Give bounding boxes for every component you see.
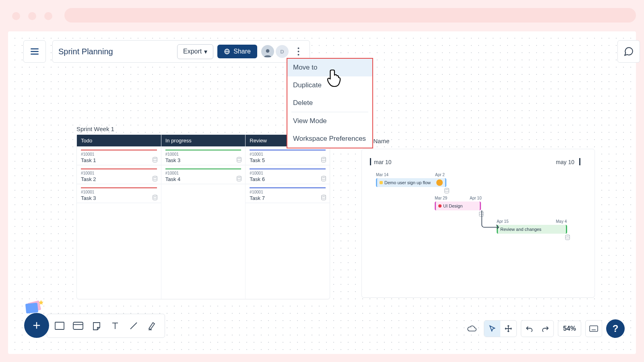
undo-icon bbox=[525, 325, 533, 332]
database-icon bbox=[236, 176, 242, 181]
timeline-chart[interactable]: mar 10may 10Mar 14Apr 2Demo user sign up… bbox=[361, 149, 595, 298]
mac-window-dots bbox=[12, 12, 52, 20]
svg-point-18 bbox=[445, 188, 449, 190]
redo-button[interactable] bbox=[537, 321, 553, 337]
text-tool[interactable] bbox=[106, 317, 124, 335]
redo-icon bbox=[541, 325, 549, 332]
svg-point-12 bbox=[153, 195, 157, 197]
card-title: Task 2 bbox=[81, 176, 157, 182]
card-title: Task 3 bbox=[81, 195, 157, 201]
presentation-mode-button[interactable] bbox=[586, 321, 602, 337]
move-icon bbox=[504, 325, 512, 333]
dependency-arrow bbox=[481, 210, 501, 229]
card-id: #10001 bbox=[250, 190, 326, 194]
kanban-card[interactable]: #10001Task 4 bbox=[161, 165, 246, 184]
highlighter-tool[interactable] bbox=[143, 317, 161, 335]
user-avatar[interactable] bbox=[261, 45, 274, 58]
timeline-bar[interactable]: UI Design bbox=[435, 202, 481, 210]
kebab-icon bbox=[297, 47, 299, 56]
card-id: #10001 bbox=[81, 171, 157, 175]
svg-point-10 bbox=[153, 157, 157, 159]
svg-point-16 bbox=[322, 176, 326, 178]
svg-point-11 bbox=[153, 176, 157, 178]
timeline-tick-end: may 10 bbox=[556, 159, 574, 165]
kanban-board[interactable]: Todo#10001Task 1#10001Task 2#10001Task 3… bbox=[76, 134, 330, 299]
more-options-button[interactable] bbox=[293, 43, 304, 60]
pointer-cursor-icon bbox=[326, 68, 345, 91]
menu-item-view-mode[interactable]: View Mode bbox=[287, 112, 372, 130]
browser-url-bar[interactable] bbox=[64, 8, 636, 23]
database-icon bbox=[444, 188, 450, 193]
collaborator-avatar[interactable]: D bbox=[276, 45, 289, 58]
database-icon bbox=[321, 176, 326, 181]
caret-down-icon: ▾ bbox=[204, 48, 207, 56]
timeline-bar[interactable]: Review and changes bbox=[497, 225, 567, 234]
app-frame: Sprint Planning Export ▾ Share D Move to… bbox=[8, 31, 636, 354]
svg-rect-22 bbox=[25, 302, 38, 313]
database-icon bbox=[321, 195, 326, 200]
menu-item-delete[interactable]: Delete bbox=[287, 94, 372, 112]
kanban-card[interactable]: #10001Task 3 bbox=[77, 184, 161, 203]
kanban-card[interactable]: #10001Task 6 bbox=[246, 165, 330, 184]
timeline-bar[interactable]: Demo user sign up flow bbox=[376, 178, 446, 187]
sync-status-button[interactable] bbox=[464, 321, 480, 337]
card-id: #10001 bbox=[250, 152, 326, 156]
card-title: Task 6 bbox=[250, 176, 326, 182]
kanban-card[interactable]: #10001Task 5 bbox=[246, 146, 330, 165]
cloud-icon bbox=[466, 325, 477, 333]
shape-toolbar bbox=[47, 314, 165, 338]
comments-panel-button[interactable] bbox=[617, 40, 640, 63]
bottom-right-toolbar: 54% ? bbox=[464, 319, 625, 338]
column-header[interactable]: Todo bbox=[77, 135, 161, 146]
svg-point-7 bbox=[297, 47, 299, 49]
export-button[interactable]: Export ▾ bbox=[177, 44, 213, 59]
card-tool[interactable] bbox=[69, 317, 87, 335]
zoom-level[interactable]: 54% bbox=[558, 321, 581, 337]
card-id: #10001 bbox=[250, 171, 326, 175]
sticky-note-tool[interactable] bbox=[87, 317, 106, 335]
column-header[interactable]: In progress bbox=[161, 135, 246, 146]
svg-rect-24 bbox=[73, 322, 83, 329]
database-icon bbox=[152, 176, 158, 181]
svg-line-28 bbox=[130, 323, 137, 329]
svg-point-14 bbox=[237, 176, 242, 178]
database-icon bbox=[321, 157, 326, 162]
top-toolbar: Sprint Planning Export ▾ Share D bbox=[52, 40, 310, 63]
card-title: Task 4 bbox=[165, 176, 242, 182]
pointer-mode-button[interactable] bbox=[484, 321, 500, 337]
pan-mode-button[interactable] bbox=[500, 321, 516, 337]
rectangle-tool[interactable] bbox=[50, 317, 69, 335]
svg-point-8 bbox=[297, 51, 299, 52]
card-title: Task 7 bbox=[250, 195, 326, 201]
timeline-tick-start: mar 10 bbox=[374, 159, 392, 165]
database-icon bbox=[152, 157, 158, 162]
kanban-column[interactable]: Todo#10001Task 1#10001Task 2#10001Task 3 bbox=[77, 135, 161, 299]
globe-icon bbox=[224, 48, 230, 55]
database-icon bbox=[236, 157, 242, 162]
page-title[interactable]: Sprint Planning bbox=[58, 47, 177, 56]
card-id: #10001 bbox=[165, 171, 242, 175]
kanban-card[interactable]: #10001Task 2 bbox=[77, 165, 161, 184]
board-title[interactable]: Sprint Week 1 bbox=[76, 125, 114, 132]
card-title: Task 3 bbox=[165, 157, 242, 163]
chat-bubble-icon bbox=[623, 46, 634, 57]
hamburger-menu-button[interactable] bbox=[23, 40, 46, 63]
kanban-card[interactable]: #10001Task 7 bbox=[246, 184, 330, 203]
kanban-column[interactable]: In progress#10001Task 3#10001Task 4 bbox=[161, 135, 246, 299]
card-title: Task 5 bbox=[250, 157, 326, 163]
svg-point-17 bbox=[322, 195, 326, 197]
menu-item-workspace-preferences[interactable]: Workspace Preferences bbox=[287, 130, 372, 148]
help-button[interactable]: ? bbox=[606, 319, 625, 338]
kanban-card[interactable]: #10001Task 3 bbox=[161, 146, 246, 165]
kanban-column[interactable]: Review#10001Task 5#10001Task 6#10001Task… bbox=[246, 135, 330, 299]
database-icon bbox=[152, 195, 158, 200]
card-id: #10001 bbox=[81, 190, 157, 194]
add-element-button[interactable] bbox=[24, 313, 49, 338]
svg-point-15 bbox=[322, 157, 326, 159]
line-tool[interactable] bbox=[124, 317, 143, 335]
svg-rect-30 bbox=[590, 326, 598, 331]
undo-button[interactable] bbox=[521, 321, 537, 337]
kanban-card[interactable]: #10001Task 1 bbox=[77, 146, 161, 165]
svg-point-20 bbox=[566, 235, 570, 237]
share-button[interactable]: Share bbox=[217, 45, 257, 58]
